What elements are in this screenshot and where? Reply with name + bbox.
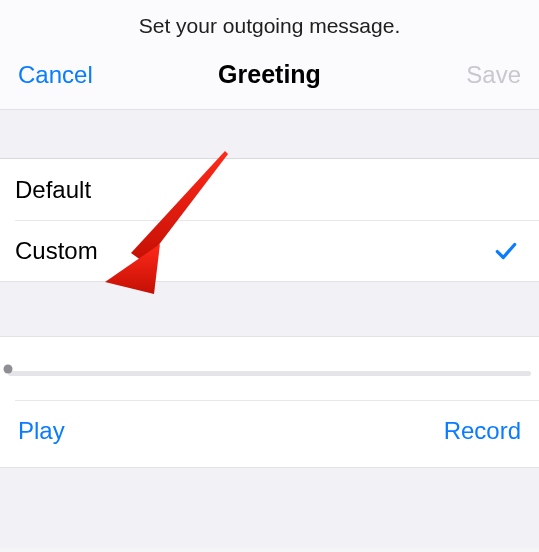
greeting-options-list: Default Custom [0,158,539,282]
instruction-caption: Set your outgoing message. [0,0,539,60]
cancel-button[interactable]: Cancel [18,61,118,89]
record-button[interactable]: Record [444,417,521,445]
page-title: Greeting [118,60,421,89]
progress-knob[interactable] [4,364,13,373]
recording-panel: Play Record [0,336,539,468]
save-button: Save [421,61,521,89]
spacer [0,110,539,158]
option-custom[interactable]: Custom [0,220,539,282]
spacer [0,282,539,336]
spacer [0,468,539,548]
progress-track [8,371,531,376]
navbar: Cancel Greeting Save [0,60,539,110]
play-button[interactable]: Play [18,417,65,445]
checkmark-icon [493,238,519,264]
option-label: Custom [15,237,98,265]
option-label: Default [15,176,91,204]
option-default[interactable]: Default [0,158,539,220]
playback-progress[interactable] [0,337,539,400]
